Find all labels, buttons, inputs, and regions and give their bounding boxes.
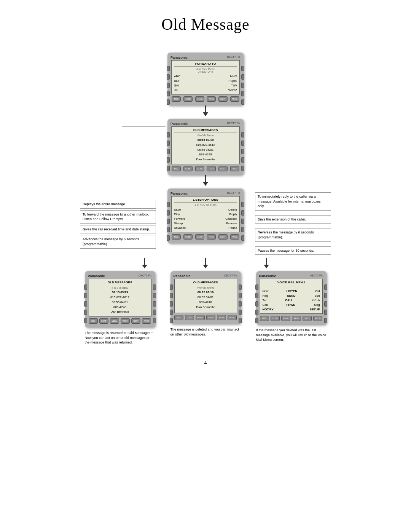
btn-conf-2[interactable]: CONF	[183, 166, 193, 171]
btn-prog-6[interactable]: PROG	[313, 316, 322, 321]
phone-screen-1: FORWARD TO # to Prev Menu DIRECTORY ABCM…	[171, 60, 240, 94]
btn-prog-5[interactable]: PROG	[228, 315, 237, 320]
side-btn-6-5[interactable]	[255, 318, 258, 323]
side-btn-r3[interactable]	[241, 83, 244, 88]
side-btn-5-3[interactable]	[170, 301, 173, 307]
side-btn-4-3[interactable]	[84, 301, 87, 307]
btn-msg-3[interactable]: MSG	[172, 234, 181, 240]
btn-next-3[interactable]: NEXT	[218, 234, 228, 240]
side-btn-6-2[interactable]	[255, 293, 258, 298]
side-btn-2-4[interactable]	[167, 157, 170, 163]
side-btn-2-r3[interactable]	[241, 149, 244, 154]
side-btn-5-2[interactable]	[170, 293, 173, 298]
side-btn-5-r3[interactable]	[239, 301, 242, 307]
btn-next-6[interactable]: NEXT	[303, 316, 312, 321]
side-btn-3-1[interactable]	[167, 202, 170, 207]
side-btn-3-r1[interactable]	[241, 202, 244, 207]
side-btn-1[interactable]	[167, 66, 170, 71]
side-btn-3-r3[interactable]	[241, 219, 244, 224]
btn-msg-6[interactable]: MSG	[260, 316, 269, 321]
side-btn-3-3[interactable]	[167, 219, 170, 224]
side-btn-2-r4[interactable]	[241, 157, 244, 163]
side-btn-6-r5[interactable]	[324, 318, 327, 323]
side-btn-2-r1[interactable]	[241, 132, 244, 137]
btn-menu-5[interactable]: MENU	[196, 315, 205, 320]
btn-menu-6[interactable]: MENU	[281, 316, 290, 321]
btn-next-1[interactable]: NEXT	[218, 96, 228, 102]
btn-msg-5[interactable]: MSG	[174, 315, 183, 320]
btn-next-4[interactable]: NEXT	[131, 318, 140, 324]
btn-menu-2[interactable]: MENU	[195, 166, 204, 171]
side-btn-4-5[interactable]	[84, 318, 87, 323]
side-btn-6-r2[interactable]	[324, 293, 327, 298]
btn-prev-4[interactable]: PREV	[121, 318, 130, 324]
listen-options-section: Replays the entire message. To forward t…	[34, 189, 377, 255]
btn-prev-3[interactable]: PREV	[207, 234, 216, 240]
side-btn-4-1[interactable]	[84, 284, 87, 290]
side-btn-2-5[interactable]	[167, 166, 170, 171]
btn-conf-5[interactable]: CONF	[185, 315, 194, 320]
side-btn-4-4[interactable]	[84, 310, 87, 315]
side-btn-6-4[interactable]	[255, 310, 258, 315]
side-btn-2-1[interactable]	[167, 132, 170, 137]
side-btn-6-3[interactable]	[255, 301, 258, 307]
side-btn-6-1[interactable]	[255, 284, 258, 290]
btn-next-2[interactable]: NEXT	[218, 166, 228, 171]
side-btn-6-r4[interactable]	[324, 310, 327, 315]
side-btn-r4[interactable]	[241, 91, 244, 96]
side-btn-3-r5[interactable]	[241, 235, 244, 241]
btn-msg-1[interactable]: MSG	[172, 96, 181, 102]
btn-msg-2[interactable]: MSG	[172, 166, 181, 171]
btn-prev-6[interactable]: PREV	[292, 316, 301, 321]
side-btn-r5[interactable]	[241, 99, 244, 105]
btn-conf-1[interactable]: CONF	[183, 96, 193, 102]
side-btn-3-4[interactable]	[167, 227, 170, 232]
side-btn-3-r2[interactable]	[241, 210, 244, 216]
btn-msg-4[interactable]: MSG	[89, 318, 98, 324]
side-btn-3-5[interactable]	[167, 235, 170, 241]
btn-prev-2[interactable]: PREV	[207, 166, 216, 171]
side-btn-2[interactable]	[167, 74, 170, 80]
side-btn-6-r3[interactable]	[324, 301, 327, 307]
side-btn-3-r4[interactable]	[241, 227, 244, 232]
btn-prog-1[interactable]: PROG	[230, 96, 239, 102]
btn-prog-2[interactable]: PROG	[230, 166, 239, 171]
side-btn-3-2[interactable]	[167, 210, 170, 216]
side-btn-5[interactable]	[167, 99, 170, 105]
side-btn-5-r2[interactable]	[239, 293, 242, 298]
btn-conf-3[interactable]: CONF	[183, 234, 193, 240]
side-btn-4-r2[interactable]	[153, 293, 156, 298]
side-btn-5-r1[interactable]	[239, 284, 242, 290]
side-btn-5-r5[interactable]	[239, 318, 242, 323]
side-btn-4-r5[interactable]	[153, 318, 156, 323]
side-btn-5-4[interactable]	[170, 310, 173, 315]
side-btn-2-r2[interactable]	[241, 141, 244, 146]
btn-next-5[interactable]: NEXT	[217, 315, 226, 320]
btn-menu-1[interactable]: MENU	[195, 96, 204, 102]
side-btn-4[interactable]	[167, 91, 170, 96]
side-btn-2-3[interactable]	[167, 149, 170, 154]
side-btn-4-r3[interactable]	[153, 301, 156, 307]
side-btn-4-r1[interactable]	[153, 284, 156, 290]
svg-marker-7	[203, 265, 208, 268]
down-arrow-center	[200, 258, 211, 269]
btn-menu-3[interactable]: MENU	[195, 234, 204, 240]
side-btn-r2[interactable]	[241, 74, 244, 80]
side-btn-2-r5[interactable]	[241, 166, 244, 171]
btn-menu-4[interactable]: MENU	[110, 318, 119, 324]
side-btn-6-r1[interactable]	[324, 284, 327, 290]
side-btn-4-2[interactable]	[84, 293, 87, 298]
btn-conf-4[interactable]: CONF	[99, 318, 108, 324]
btn-conf-6[interactable]: CONF	[271, 316, 280, 321]
side-btn-r1[interactable]	[241, 66, 244, 71]
side-btn-4-r4[interactable]	[153, 310, 156, 315]
side-btn-5-5[interactable]	[170, 318, 173, 323]
side-btn-3[interactable]	[167, 83, 170, 88]
btn-prog-3[interactable]: PROG	[230, 234, 239, 240]
side-btn-2-2[interactable]	[167, 141, 170, 146]
side-btn-5-r4[interactable]	[239, 310, 242, 315]
btn-prev-5[interactable]: PREV	[206, 315, 215, 320]
side-btn-5-1[interactable]	[170, 284, 173, 290]
btn-prog-4[interactable]: PROG	[142, 318, 151, 324]
btn-prev-1[interactable]: PREV	[207, 96, 216, 102]
